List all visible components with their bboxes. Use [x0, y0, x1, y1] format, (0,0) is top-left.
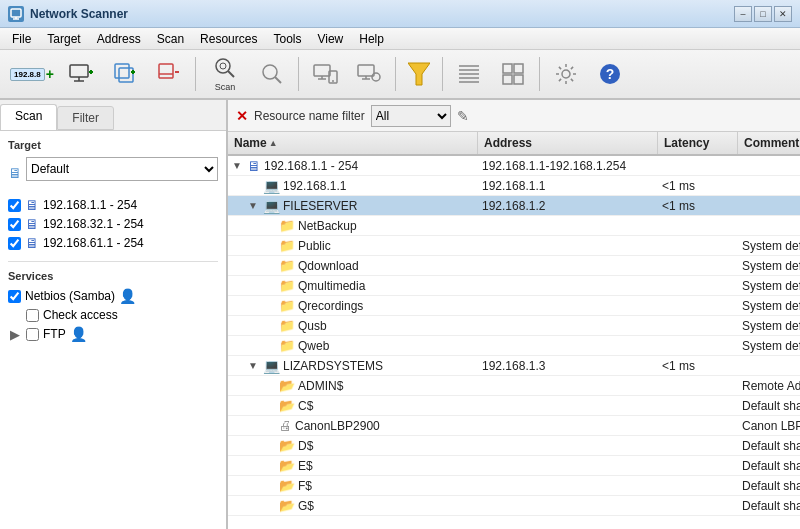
check-access-label[interactable]: Check access [26, 308, 218, 322]
row-name: 📂 E$ [228, 458, 478, 473]
range-2-checkbox[interactable] [8, 218, 21, 231]
svg-point-39 [562, 70, 570, 78]
host-button[interactable] [304, 54, 346, 94]
row-name-text: E$ [298, 459, 313, 473]
ftp-label[interactable]: FTP [26, 327, 66, 341]
tab-filter[interactable]: Filter [57, 106, 114, 130]
scan-button[interactable]: Scan [201, 54, 249, 94]
check-access-checkbox[interactable] [26, 309, 39, 322]
svg-point-28 [372, 73, 380, 81]
window-controls: – □ ✕ [734, 6, 792, 22]
row-comment: System default share [738, 259, 800, 273]
filter-dropdown[interactable]: All [371, 105, 451, 127]
table-row[interactable]: 📂 ADMIN$ Remote Admin [228, 376, 800, 396]
menu-file[interactable]: File [4, 28, 39, 49]
view1-button[interactable] [448, 54, 490, 94]
table-row[interactable]: 📂 C$ Default share [228, 396, 800, 416]
table-row[interactable]: ▼ 💻 FILESERVER 192.168.1.2 <1 ms [228, 196, 800, 216]
table-row[interactable]: 📁 Public System default share [228, 236, 800, 256]
row-comment: System default share [738, 319, 800, 333]
svg-rect-0 [11, 9, 21, 17]
range-item-2[interactable]: 🖥 192.168.32.1 - 254 [8, 216, 218, 232]
app-title: Network Scanner [30, 7, 734, 21]
row-name-text: LIZARDSYSTEMS [283, 359, 383, 373]
row-comment: System default share [738, 239, 800, 253]
filter-edit-icon[interactable]: ✎ [457, 108, 469, 124]
range-1-label: 192.168.1.1 - 254 [43, 198, 137, 212]
host2-button[interactable] [348, 54, 390, 94]
ftp-text: FTP [43, 327, 66, 341]
main-area: Scan Filter Target 🖥 Default 🖥 192.168.1… [0, 100, 800, 529]
ftp-config-icon[interactable]: 👤 [70, 326, 87, 342]
ftp-expand-icon[interactable]: ▶ [8, 327, 22, 342]
table-row[interactable]: 📁 NetBackup [228, 216, 800, 236]
table-row[interactable]: ▼ 🖥 192.168.1.1 - 254 192.168.1.1-192.16… [228, 156, 800, 176]
computer-icon: 💻 [263, 198, 280, 214]
table-row[interactable]: 📁 Qrecordings System default share [228, 296, 800, 316]
view1-icon [457, 62, 481, 86]
menu-address[interactable]: Address [89, 28, 149, 49]
expand-icon[interactable]: ▼ [248, 360, 260, 371]
settings-button[interactable] [545, 54, 587, 94]
table-row[interactable]: 📁 Qusb System default share [228, 316, 800, 336]
tab-scan[interactable]: Scan [0, 104, 57, 130]
range-2-icon: 🖥 [25, 216, 39, 232]
svg-line-16 [228, 71, 234, 77]
menu-scan[interactable]: Scan [149, 28, 192, 49]
table-row[interactable]: ▼ 💻 LIZARDSYSTEMS 192.168.1.3 <1 ms [228, 356, 800, 376]
row-name-text: Qrecordings [298, 299, 363, 313]
range-1-checkbox[interactable] [8, 199, 21, 212]
view2-button[interactable] [492, 54, 534, 94]
table-row[interactable]: 📂 G$ Default share [228, 496, 800, 516]
expand-icon[interactable]: ▼ [232, 160, 244, 171]
minimize-button[interactable]: – [734, 6, 752, 22]
copy-button[interactable] [104, 54, 146, 94]
close-button[interactable]: ✕ [774, 6, 792, 22]
add-computer-button[interactable] [60, 54, 102, 94]
col-header-comment[interactable]: Comment [738, 132, 800, 154]
col-header-name[interactable]: Name ▲ [228, 132, 478, 154]
range-3-checkbox[interactable] [8, 237, 21, 250]
menu-view[interactable]: View [309, 28, 351, 49]
table-row[interactable]: 📁 Qweb System default share [228, 336, 800, 356]
share-icon: 📂 [279, 438, 295, 453]
menu-target[interactable]: Target [39, 28, 88, 49]
folder-icon: 📁 [279, 318, 295, 333]
range-item-1[interactable]: 🖥 192.168.1.1 - 254 [8, 197, 218, 213]
range-item-3[interactable]: 🖥 192.168.61.1 - 254 [8, 235, 218, 251]
scan2-button[interactable] [251, 54, 293, 94]
netbios-config-icon[interactable]: 👤 [119, 288, 136, 304]
share-icon: 📂 [279, 458, 295, 473]
table-row[interactable]: 📁 Qdownload System default share [228, 256, 800, 276]
row-name-text: F$ [298, 479, 312, 493]
netbios-label[interactable]: Netbios (Samba) [8, 289, 115, 303]
netbios-checkbox[interactable] [8, 290, 21, 303]
target-dropdown[interactable]: Default [26, 157, 218, 181]
menu-help[interactable]: Help [351, 28, 392, 49]
add-target-button[interactable]: 192.8.8 + [6, 54, 58, 94]
table-row[interactable]: 📂 D$ Default share [228, 436, 800, 456]
col-header-address[interactable]: Address [478, 132, 658, 154]
menu-resources[interactable]: Resources [192, 28, 265, 49]
table-row[interactable]: 📁 Qmultimedia System default share [228, 276, 800, 296]
ftp-checkbox[interactable] [26, 328, 39, 341]
table-row[interactable]: 🖨 CanonLBP2900 Canon LBP2900 [228, 416, 800, 436]
scan-label: Scan [215, 82, 236, 92]
row-name: 📁 Qweb [228, 338, 478, 353]
row-address: 192.168.1.2 [478, 199, 658, 213]
row-name-text: Public [298, 239, 331, 253]
col-header-latency[interactable]: Latency [658, 132, 738, 154]
row-comment: Remote Admin [738, 379, 800, 393]
help-button[interactable]: ? [589, 54, 631, 94]
delete-button[interactable] [148, 54, 190, 94]
table-row[interactable]: 💻 192.168.1.1 192.168.1.1 <1 ms [228, 176, 800, 196]
col-name-label: Name [234, 136, 267, 150]
table-row[interactable]: 📂 E$ Default share [228, 456, 800, 476]
maximize-button[interactable]: □ [754, 6, 772, 22]
table-row[interactable]: 📂 F$ Default share [228, 476, 800, 496]
menu-tools[interactable]: Tools [265, 28, 309, 49]
filter-clear-button[interactable]: ✕ [236, 108, 248, 124]
expand-icon[interactable]: ▼ [248, 200, 260, 211]
separator-2 [298, 57, 299, 91]
filter-button[interactable] [401, 54, 437, 94]
